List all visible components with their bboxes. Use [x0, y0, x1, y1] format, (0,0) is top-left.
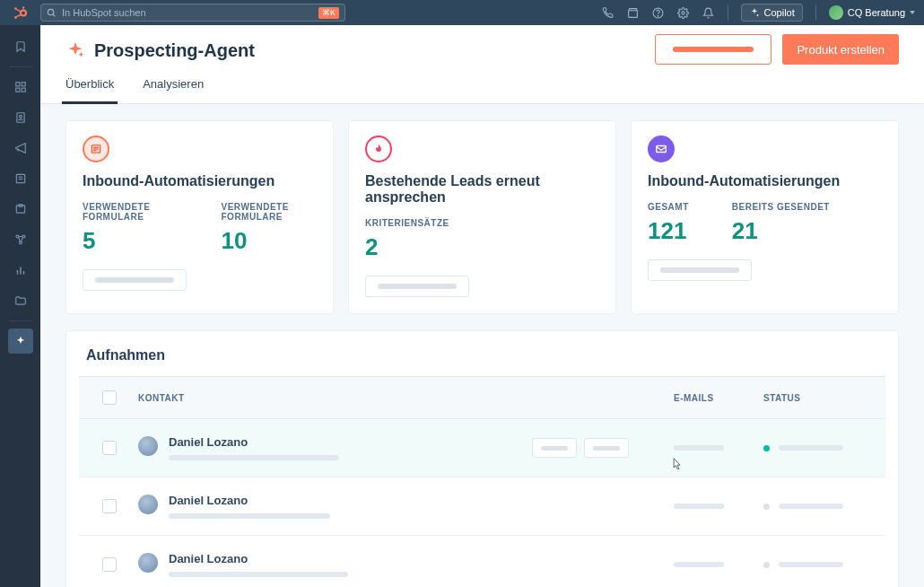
status-dot-icon	[763, 504, 770, 510]
column-emails[interactable]: E-MAILS	[674, 393, 763, 403]
column-status[interactable]: STATUS	[763, 393, 862, 403]
svg-point-12	[682, 11, 684, 13]
svg-rect-16	[22, 88, 25, 92]
section-title: Aufnahmen	[66, 347, 898, 364]
account-label: CQ Beratung	[848, 7, 905, 18]
column-contact[interactable]: KONTAKT	[138, 393, 674, 403]
stat-value: 21	[732, 217, 830, 245]
section-recordings: Aufnahmen KONTAKT E-MAILS STATUS Daniel …	[65, 330, 899, 587]
sidebar-item-bookmark[interactable]	[8, 34, 33, 59]
svg-rect-13	[15, 83, 19, 86]
table-row[interactable]: Daniel Lozano	[79, 477, 885, 536]
row-checkbox[interactable]	[102, 499, 117, 513]
stat-value: 10	[222, 227, 318, 255]
sidebar-item-reports[interactable]	[8, 258, 33, 283]
svg-line-5	[17, 14, 22, 16]
status-cell	[763, 445, 862, 451]
card-existing-leads: Bestehende Leads erneut ansprechen KRITE…	[348, 120, 616, 314]
tab-overview[interactable]: Überblick	[65, 77, 114, 103]
sparkle-icon	[749, 7, 760, 18]
secondary-action-button[interactable]	[655, 34, 771, 65]
contact-name[interactable]: Daniel Lozano	[169, 494, 330, 507]
create-product-button[interactable]: Produkt erstellen	[782, 34, 899, 65]
flame-icon	[365, 136, 392, 162]
row-actions	[532, 438, 629, 458]
help-icon[interactable]	[652, 6, 665, 19]
svg-point-3	[22, 6, 24, 8]
settings-icon[interactable]	[677, 6, 690, 19]
form-icon	[83, 136, 109, 162]
topbar: ⌘K Copilot CQ Beratung	[0, 0, 924, 25]
svg-rect-15	[15, 88, 19, 92]
global-search[interactable]: ⌘K	[40, 4, 345, 22]
copilot-label: Copilot	[764, 7, 795, 18]
table-row[interactable]: Daniel Lozano	[79, 536, 885, 587]
copilot-button[interactable]: Copilot	[741, 4, 803, 22]
svg-rect-9	[629, 10, 638, 17]
avatar-icon	[138, 553, 158, 573]
row-action-button[interactable]	[584, 438, 629, 458]
sidebar-item-automation[interactable]	[8, 227, 33, 252]
card-action-button[interactable]	[648, 259, 752, 281]
marketplace-icon[interactable]	[627, 6, 640, 19]
table-row[interactable]: Daniel Lozano	[79, 419, 885, 477]
left-sidebar	[0, 25, 40, 587]
emails-cell	[674, 445, 763, 451]
stat-label: VERWENDETE FORMULARE	[83, 202, 179, 222]
row-checkbox[interactable]	[102, 441, 117, 455]
stat-label: GESAMT	[648, 202, 689, 212]
card-title: Inbound-Automatisierungen	[83, 173, 317, 189]
row-checkbox[interactable]	[102, 557, 117, 572]
notifications-icon[interactable]	[702, 6, 715, 19]
chevron-down-icon	[910, 11, 915, 14]
sidebar-item-commerce[interactable]	[8, 197, 33, 222]
svg-point-2	[14, 16, 17, 19]
table-header: KONTAKT E-MAILS STATUS	[79, 376, 885, 419]
main-content: Prospecting-Agent Produkt erstellen Über…	[40, 25, 924, 587]
contact-name[interactable]: Daniel Lozano	[169, 435, 339, 449]
card-action-button[interactable]	[365, 276, 469, 297]
logo-cell[interactable]	[0, 0, 40, 25]
status-dot-icon	[763, 562, 770, 568]
sidebar-item-contacts[interactable]	[8, 105, 33, 130]
stat-label: KRITERIENSÄTZE	[365, 218, 449, 228]
sidebar-item-marketing[interactable]	[8, 136, 33, 161]
topbar-right: Copilot CQ Beratung	[602, 0, 915, 25]
avatar-icon	[138, 436, 158, 456]
sidebar-item-dashboard[interactable]	[8, 74, 33, 100]
phone-icon[interactable]	[602, 6, 615, 19]
stat-value: 121	[648, 217, 689, 245]
svg-point-11	[658, 15, 658, 16]
status-cell	[763, 504, 862, 510]
tabs: Überblick Analysieren	[65, 77, 899, 103]
sidebar-item-files[interactable]	[8, 288, 33, 313]
stat-label: VERWENDETE FORMULARE	[222, 202, 318, 222]
svg-point-18	[19, 115, 22, 118]
stat-value: 5	[83, 227, 179, 255]
status-cell	[763, 562, 862, 568]
page-title: Prospecting-Agent	[94, 40, 255, 61]
card-title: Inbound-Automatisierungen	[648, 173, 882, 189]
select-all-checkbox[interactable]	[102, 390, 117, 405]
row-action-button[interactable]	[532, 438, 577, 458]
card-inbound-automations: Inbound-Automatisierungen VERWENDETE FOR…	[65, 120, 334, 314]
emails-cell	[674, 504, 763, 509]
account-menu[interactable]: CQ Beratung	[829, 5, 915, 20]
svg-line-4	[17, 9, 22, 11]
card-inbound-automations-sent: Inbound-Automatisierungen GESAMT 121 BER…	[631, 120, 899, 314]
svg-point-7	[48, 9, 53, 14]
stat-value: 2	[365, 233, 449, 261]
emails-cell	[674, 562, 763, 567]
page-header: Prospecting-Agent Produkt erstellen Über…	[40, 25, 924, 104]
contact-name[interactable]: Daniel Lozano	[169, 552, 348, 565]
card-action-button[interactable]	[83, 269, 187, 291]
envelope-icon	[648, 136, 675, 162]
sparkle-icon	[65, 40, 85, 60]
search-input[interactable]	[62, 7, 313, 18]
svg-line-8	[53, 13, 55, 15]
sidebar-item-prospecting[interactable]	[8, 329, 33, 354]
tab-analyze[interactable]: Analysieren	[143, 77, 204, 103]
sidebar-item-content[interactable]	[8, 166, 33, 191]
svg-rect-14	[22, 83, 25, 86]
svg-point-1	[14, 7, 17, 10]
